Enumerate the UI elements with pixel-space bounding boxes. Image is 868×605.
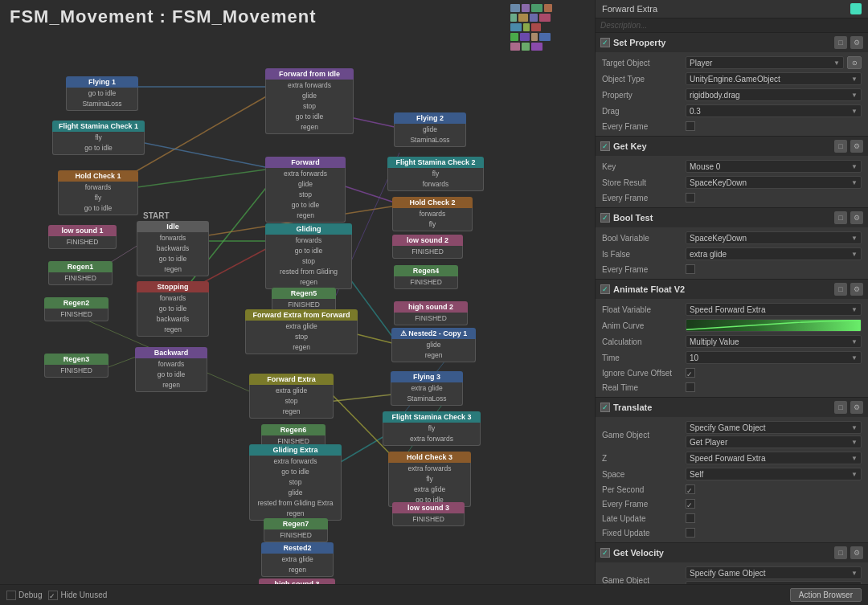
late-update-checkbox[interactable] [686, 513, 695, 523]
description-field[interactable]: Description... [596, 18, 868, 33]
game-object-value1-tr[interactable]: Specify Game Object ▼ [686, 421, 862, 434]
fsm-panel[interactable]: FSM_Movement : FSM_Movement [0, 0, 595, 605]
every-frame-checkbox-sp[interactable] [686, 121, 695, 131]
per-second-checkbox[interactable] [686, 484, 695, 494]
animate-float-icon2[interactable]: ⚙ [850, 283, 863, 296]
calculation-value[interactable]: Multiply Value ▼ [686, 335, 862, 348]
node-regen2[interactable]: Regen2 FINISHED [44, 297, 108, 321]
time-value[interactable]: 10 ▼ [686, 351, 862, 364]
node-nested2-copy1[interactable]: ⚠ Nested2 - Copy 1 glide regen [391, 328, 476, 362]
node-hold-check-3[interactable]: Hold Check 3 extra forwards fly extra gl… [388, 452, 471, 507]
target-object-btn[interactable]: ⊙ [847, 56, 862, 69]
node-low-sound-2[interactable]: low sound 2 FINISHED [392, 235, 463, 259]
set-property-check[interactable]: ✓ [600, 38, 610, 47]
node-regen1[interactable]: Regen1 FINISHED [48, 261, 113, 285]
bool-test-body: Bool Variable SpaceKeyDown ▼ Is False ex… [596, 227, 868, 279]
fsm-canvas[interactable]: START Flying 1 go to idle StaminaLoss Fl… [0, 32, 595, 605]
fixed-update-checkbox[interactable] [686, 528, 695, 538]
animate-float-check[interactable]: ✓ [600, 284, 610, 294]
drag-value[interactable]: 0.3 ▼ [686, 104, 862, 117]
animate-float-icon1[interactable]: □ [834, 283, 847, 296]
ignore-curve-offset-checkbox[interactable] [686, 368, 695, 378]
node-regen4[interactable]: Regen4 FINISHED [394, 265, 458, 289]
game-object-value1-gv[interactable]: Specify Game Object ▼ [686, 566, 862, 579]
bool-test-icon2[interactable]: ⚙ [850, 211, 863, 224]
node-backward[interactable]: Backward forwards go to idle regen [135, 347, 207, 392]
translate-check[interactable]: ✓ [600, 403, 610, 412]
get-key-icon2[interactable]: ⚙ [850, 140, 863, 153]
store-result-value[interactable]: SpaceKeyDown ▼ [686, 176, 862, 189]
every-frame-checkbox-bt[interactable] [686, 264, 695, 274]
node-regen3[interactable]: Regen3 FINISHED [44, 354, 108, 378]
node-flying1[interactable]: Flying 1 go to idle StaminaLoss [66, 76, 138, 111]
every-frame-checkbox-gk[interactable] [686, 193, 695, 202]
node-regen7[interactable]: Regen7 FINISHED [264, 518, 328, 542]
node-flying2[interactable]: Flying 2 glide StaminaLoss [394, 112, 466, 147]
is-false-value[interactable]: extra glide ▼ [686, 247, 862, 260]
late-update-label: Late Update [602, 514, 682, 523]
node-regen5[interactable]: Regen5 FINISHED [272, 288, 336, 312]
late-update-row: Late Update [596, 511, 868, 525]
node-flight-stamina-2[interactable]: Flight Stamina Check 2 fly forwards [387, 157, 484, 191]
every-frame-checkbox-tr[interactable] [686, 499, 695, 509]
store-result-row: Store Result SpaceKeyDown ▼ [596, 174, 868, 190]
game-object-value2-tr[interactable]: Get Player ▼ [686, 435, 862, 448]
section-bool-test-header[interactable]: ✓ Bool Test □ ⚙ [596, 208, 868, 227]
node-forward-from-idle[interactable]: Forward from Idle extra forwards glide s… [265, 68, 354, 134]
node-high-sound-2[interactable]: high sound 2 FINISHED [394, 301, 468, 325]
section-animate-float-header[interactable]: ✓ Animate Float V2 □ ⚙ [596, 280, 868, 299]
property-value[interactable]: rigidbody.drag ▼ [686, 88, 862, 101]
real-time-checkbox[interactable] [686, 382, 695, 392]
color-indicator[interactable] [850, 3, 862, 14]
object-type-value[interactable]: UnityEngine.GameObject ▼ [686, 72, 862, 85]
set-property-icon2[interactable]: ⚙ [850, 36, 863, 49]
node-low-sound-1[interactable]: low sound 1 FINISHED [48, 225, 117, 249]
node-low-sound-3[interactable]: low sound 3 FINISHED [392, 502, 465, 526]
node-hold-check-2[interactable]: Hold Check 2 forwards fly [392, 197, 473, 231]
set-property-icon1[interactable]: □ [834, 36, 847, 49]
node-forward[interactable]: Forward extra forwards glide stop go to … [265, 157, 346, 223]
node-gliding[interactable]: Gliding forwards go to idle stop rested … [265, 223, 352, 289]
key-value[interactable]: Mouse 0 ▼ [686, 160, 862, 173]
bool-test-check[interactable]: ✓ [600, 213, 610, 223]
get-velocity-check[interactable]: ✓ [600, 548, 610, 558]
section-animate-float: ✓ Animate Float V2 □ ⚙ Float Variable Sp… [596, 280, 868, 398]
space-value-tr[interactable]: Self ▼ [686, 468, 862, 480]
node-stopping[interactable]: Stopping forwards go to idle backwards r… [137, 281, 209, 337]
section-set-property-header[interactable]: ✓ Set Property □ ⚙ [596, 33, 868, 52]
node-forward-extra-from-forward[interactable]: Forward Extra from Forward extra glide s… [245, 309, 358, 354]
node-hold-check-1[interactable]: Hold Check 1 forwards fly go to idle [58, 170, 138, 215]
hide-unused-checkbox[interactable] [48, 591, 58, 600]
node-flight-stamina-1[interactable]: Flight Stamina Check 1 fly go to idle [52, 121, 145, 155]
section-translate-header[interactable]: ✓ Translate □ ⚙ [596, 398, 868, 417]
section-get-key-header[interactable]: ✓ Get Key □ ⚙ [596, 137, 868, 156]
bool-variable-value[interactable]: SpaceKeyDown ▼ [686, 231, 862, 244]
translate-icon1[interactable]: □ [834, 401, 847, 414]
node-forward-extra[interactable]: Forward Extra extra glide stop regen [249, 374, 334, 419]
node-gliding-extra[interactable]: Gliding Extra extra forwards go to idle … [249, 444, 342, 521]
node-rested2[interactable]: Rested2 extra glide regen [261, 542, 334, 577]
node-flight-stamina-3[interactable]: Flight Stamina Check 3 fly extra forward… [383, 411, 481, 446]
get-velocity-icon1[interactable]: □ [834, 546, 847, 559]
float-variable-value[interactable]: Speed Forward Extra ▼ [686, 303, 862, 316]
node-flying3[interactable]: Flying 3 extra glide StaminaLoss [391, 371, 463, 406]
forward-extra-label: Forward Extra [602, 4, 845, 14]
action-browser-button[interactable]: Action Browser [790, 588, 862, 602]
bool-test-icon1[interactable]: □ [834, 211, 847, 224]
section-get-velocity-header[interactable]: ✓ Get Velocity □ ⚙ [596, 543, 868, 562]
get-key-check[interactable]: ✓ [600, 141, 610, 151]
debug-checkbox[interactable] [6, 591, 16, 600]
get-key-body: Key Mouse 0 ▼ Store Result SpaceKeyDown … [596, 156, 868, 207]
property-label: Property [602, 91, 682, 100]
get-velocity-icon2[interactable]: ⚙ [850, 546, 863, 559]
z-value-tr[interactable]: Speed Forward Extra ▼ [686, 452, 862, 464]
fixed-update-row: Fixed Update [596, 525, 868, 540]
target-object-value[interactable]: Player ▼ [686, 56, 844, 69]
get-key-icon1[interactable]: □ [834, 140, 847, 153]
node-idle[interactable]: Idle forwards backwards go to idle regen [137, 221, 209, 276]
fixed-update-label: Fixed Update [602, 529, 682, 538]
space-label-tr: Space [602, 470, 682, 479]
translate-title: Translate [613, 403, 831, 412]
anim-curve-display[interactable] [686, 319, 862, 332]
translate-icon2[interactable]: ⚙ [850, 401, 863, 414]
